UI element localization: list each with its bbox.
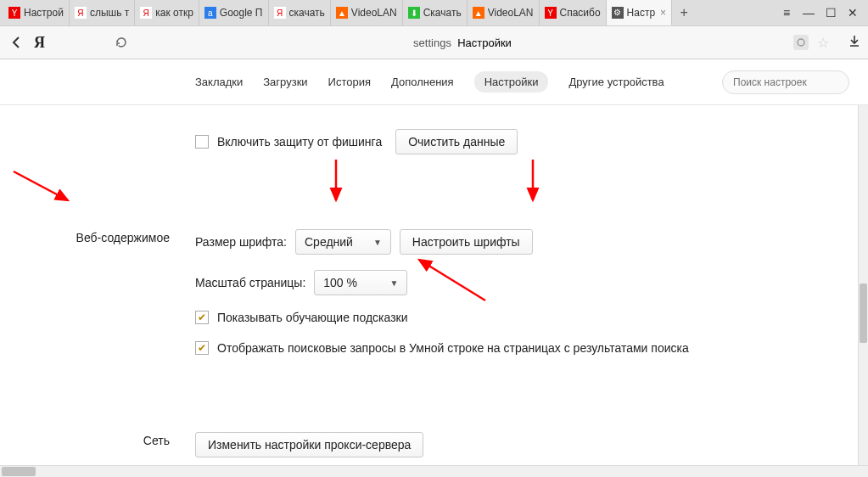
page-zoom-label: Масштаб страницы: <box>195 276 305 289</box>
favicon-icon: Y <box>8 7 20 19</box>
yandex-logo-icon[interactable]: Я <box>34 34 45 52</box>
tab-label: Спасибо <box>560 7 601 19</box>
settings-search-input[interactable] <box>722 70 849 94</box>
address-text[interactable]: settings Настройки <box>138 36 787 49</box>
new-tab-button[interactable]: + <box>672 0 696 25</box>
phishing-checkbox[interactable] <box>195 135 209 149</box>
browser-tab[interactable]: aGoogle П <box>199 0 269 25</box>
tab-label: Настр <box>627 7 656 19</box>
phishing-label: Включить защиту от фишинга <box>217 135 382 149</box>
vertical-scrollbar[interactable] <box>858 105 868 465</box>
tab-label: VideoLAN <box>351 7 397 19</box>
browser-tab[interactable]: Яслышь т <box>70 0 135 25</box>
browser-tab[interactable]: YСпасибо <box>540 0 607 25</box>
settings-nav-item[interactable]: Другие устройства <box>568 76 664 88</box>
settings-nav: ЗакладкиЗагрузкиИсторияДополненияНастрой… <box>0 59 868 105</box>
svg-point-0 <box>798 39 804 46</box>
proxy-settings-button[interactable]: Изменить настройки прокси-сервера <box>195 432 423 457</box>
tab-label: Настрой <box>24 7 64 19</box>
favicon-icon: ⬇ <box>408 7 420 19</box>
favicon-icon: Я <box>274 7 286 19</box>
reload-button[interactable] <box>111 32 132 53</box>
configure-fonts-button[interactable]: Настроить шрифты <box>400 229 533 255</box>
clear-data-button[interactable]: Очистить данные <box>395 129 518 154</box>
chevron-down-icon: ▼ <box>373 238 382 247</box>
address-prefix: settings <box>413 36 451 49</box>
protect-icon[interactable] <box>793 35 809 50</box>
close-tab-icon[interactable]: × <box>660 7 666 19</box>
browser-tab[interactable]: ⬇Скачать <box>403 0 468 25</box>
page-zoom-value: 100 % <box>323 276 357 289</box>
chevron-down-icon: ▼ <box>389 278 398 288</box>
tab-label: слышь т <box>90 7 129 19</box>
browser-tab[interactable]: YНастрой <box>3 0 70 25</box>
browser-tab[interactable]: ▲VideoLAN <box>468 0 540 25</box>
downloads-icon[interactable] <box>848 34 861 51</box>
favicon-icon: Я <box>140 7 152 19</box>
horizontal-scroll-thumb[interactable] <box>2 467 36 476</box>
bookmark-star-icon[interactable]: ☆ <box>817 35 829 51</box>
tab-label: Google П <box>220 7 263 19</box>
favicon-icon: ⚙ <box>612 7 624 19</box>
settings-nav-item[interactable]: Настройки <box>474 71 549 93</box>
window-controls: ≡—☐✕ <box>780 0 868 25</box>
hints-checkbox[interactable] <box>195 311 209 324</box>
address-bar: Я settings Настройки ☆ <box>0 25 868 59</box>
window-close-button[interactable]: ✕ <box>846 6 860 20</box>
favicon-icon: ▲ <box>336 7 348 19</box>
settings-nav-item[interactable]: История <box>328 76 371 88</box>
favicon-icon: Я <box>75 7 87 19</box>
settings-nav-item[interactable]: Дополнения <box>391 76 454 88</box>
favicon-icon: ▲ <box>473 7 484 19</box>
smartline-label: Отображать поисковые запросы в Умной стр… <box>217 340 689 357</box>
browser-tab[interactable]: ▲VideoLAN <box>331 0 403 25</box>
font-size-value: Средний <box>305 235 353 249</box>
window-menu-button[interactable]: ≡ <box>780 6 793 20</box>
favicon-icon: a <box>204 7 216 19</box>
tab-strip: YНастройЯслышь тЯкак открaGoogle ПЯскача… <box>0 0 868 25</box>
web-content-section-label: Веб-содержимое <box>0 229 195 373</box>
horizontal-scrollbar[interactable] <box>0 465 868 477</box>
tab-label: Скачать <box>423 7 462 19</box>
tab-label: как откр <box>155 7 193 19</box>
window-max-button[interactable]: ☐ <box>824 6 837 20</box>
smartline-checkbox[interactable] <box>195 341 209 355</box>
browser-tab[interactable]: Яскачать <box>269 0 331 25</box>
vertical-scroll-thumb[interactable] <box>860 283 867 343</box>
window-min-button[interactable]: — <box>802 6 815 20</box>
hints-label: Показывать обучающие подсказки <box>217 311 408 324</box>
font-size-select[interactable]: Средний ▼ <box>295 229 391 255</box>
back-button[interactable] <box>7 32 27 53</box>
page-zoom-select[interactable]: 100 % ▼ <box>314 270 407 295</box>
settings-content: Включить защиту от фишинга Очистить данн… <box>0 105 858 465</box>
network-section-label: Сеть <box>0 432 195 465</box>
tab-label: VideoLAN <box>488 7 534 19</box>
font-size-label: Размер шрифта: <box>195 235 287 249</box>
settings-search <box>722 70 849 94</box>
tab-label: скачать <box>289 7 325 19</box>
address-title: Настройки <box>457 36 512 49</box>
browser-tab[interactable]: Якак откр <box>135 0 199 25</box>
settings-nav-item[interactable]: Загрузки <box>263 76 307 88</box>
browser-tab[interactable]: ⚙Настр× <box>607 0 673 25</box>
settings-nav-item[interactable]: Закладки <box>195 76 243 88</box>
favicon-icon: Y <box>545 7 557 19</box>
